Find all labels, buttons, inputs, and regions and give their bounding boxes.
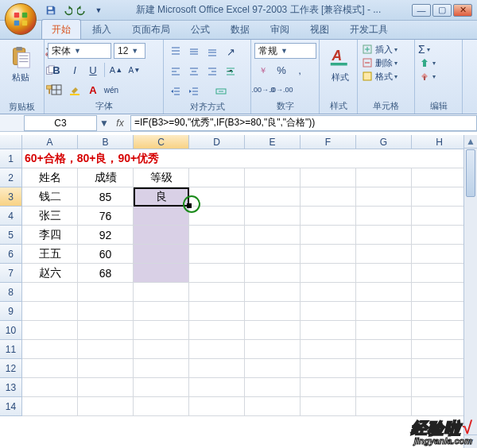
close-button[interactable]: ✕ (453, 4, 472, 17)
tab-review[interactable]: 审阅 (261, 20, 299, 39)
tab-home[interactable]: 开始 (41, 19, 81, 39)
row-header[interactable]: 13 (0, 378, 22, 397)
cell[interactable]: 85 (78, 187, 134, 207)
border-button[interactable] (48, 81, 65, 98)
worksheet-grid[interactable]: A B C D E F G H 1 60+合格，80+良，90+优秀 2 姓名 … (0, 135, 477, 448)
scroll-down-icon[interactable]: ▼ (464, 434, 477, 448)
scroll-thumb[interactable] (466, 149, 475, 197)
decrease-indent-button[interactable] (167, 83, 184, 100)
row-header[interactable]: 8 (0, 283, 22, 302)
row-header[interactable]: 14 (0, 397, 22, 416)
styles-button[interactable]: A 样式 (323, 41, 358, 87)
bottom-align-button[interactable] (204, 43, 221, 60)
cell[interactable]: 钱二 (22, 187, 78, 207)
fill-handle[interactable] (187, 203, 192, 208)
fill-button[interactable]: ▾ (418, 56, 436, 69)
orientation-button[interactable]: ↗ (222, 43, 239, 60)
name-box-dropdown[interactable]: ▼ (99, 118, 110, 129)
redo-icon[interactable] (76, 4, 89, 17)
cell[interactable] (134, 207, 189, 226)
shrink-font-button[interactable]: A▼ (126, 61, 143, 79)
paste-button[interactable]: 粘贴 (3, 41, 38, 87)
cell[interactable]: 成绩 (78, 168, 134, 187)
scroll-up-icon[interactable]: ▲ (464, 135, 477, 149)
left-align-button[interactable] (167, 63, 184, 80)
cell[interactable]: 等级 (134, 168, 189, 187)
cell[interactable]: 姓名 (22, 168, 78, 187)
tab-layout[interactable]: 页面布局 (122, 20, 180, 39)
delete-cells-button[interactable]: 删除▾ (361, 56, 398, 69)
cell[interactable] (134, 264, 189, 283)
maximize-button[interactable]: ▢ (432, 4, 452, 17)
row-header[interactable]: 1 (0, 149, 22, 168)
row-header[interactable]: 6 (0, 245, 22, 264)
center-align-button[interactable] (185, 63, 203, 80)
row-header[interactable]: 4 (0, 207, 22, 226)
row-header[interactable]: 10 (0, 321, 22, 340)
bold-button[interactable]: B (48, 61, 65, 79)
qat-dropdown-icon[interactable]: ▼ (92, 4, 105, 17)
col-header[interactable]: G (356, 135, 412, 149)
grow-font-button[interactable]: A▲ (107, 61, 125, 79)
active-cell[interactable]: 良 (134, 187, 189, 207)
save-icon[interactable] (45, 4, 57, 17)
merge-center-button[interactable] (204, 83, 238, 100)
currency-button[interactable]: ￥ (254, 61, 272, 79)
number-format-combo[interactable]: 常规▼ (254, 43, 316, 59)
cell[interactable]: 68 (78, 264, 134, 283)
row-header[interactable]: 12 (0, 359, 22, 378)
col-header[interactable]: F (301, 135, 356, 149)
comma-button[interactable]: , (291, 61, 308, 79)
cell[interactable] (134, 245, 189, 264)
cell[interactable]: 王五 (22, 245, 78, 264)
row-header[interactable]: 5 (0, 226, 22, 245)
cell[interactable]: 李四 (22, 226, 78, 245)
font-color-button[interactable]: A (84, 81, 102, 98)
format-cells-button[interactable]: 格式▾ (361, 70, 398, 83)
col-header[interactable]: E (245, 135, 301, 149)
cell[interactable]: 92 (78, 226, 134, 245)
insert-cells-button[interactable]: 插入▾ (361, 43, 398, 56)
cell[interactable]: 76 (78, 207, 134, 226)
col-header[interactable]: C (134, 135, 189, 149)
underline-button[interactable]: U (84, 61, 102, 79)
tab-data[interactable]: 数据 (221, 20, 259, 39)
decrease-decimal-button[interactable]: .0→.00 (273, 81, 290, 98)
select-all-corner[interactable] (0, 135, 22, 149)
col-header[interactable]: D (189, 135, 245, 149)
cell[interactable]: 张三 (22, 207, 78, 226)
font-name-combo[interactable]: 宋体▼ (48, 43, 111, 59)
col-header[interactable]: B (78, 135, 134, 149)
formula-input[interactable]: =IF(B3>=90,"优秀",IF(B3>=80,"良","合格")) (130, 115, 477, 131)
italic-button[interactable]: I (66, 61, 83, 79)
top-align-button[interactable] (167, 43, 184, 60)
middle-align-button[interactable] (185, 43, 203, 60)
office-button[interactable] (5, 3, 37, 35)
phonetic-button[interactable]: wén (103, 81, 120, 98)
vertical-scrollbar[interactable]: ▲ ▼ (463, 135, 477, 448)
name-box[interactable]: C3 (24, 115, 97, 131)
col-header[interactable]: H (412, 135, 467, 149)
tab-formula[interactable]: 公式 (181, 20, 219, 39)
cell[interactable]: 60+合格，80+良，90+优秀 (22, 149, 467, 168)
increase-indent-button[interactable] (185, 83, 203, 100)
row-header[interactable]: 3 (0, 187, 22, 207)
autosum-button[interactable]: Σ▾ (418, 43, 430, 56)
cell[interactable] (134, 226, 189, 245)
tab-view[interactable]: 视图 (301, 20, 339, 39)
font-size-combo[interactable]: 12▼ (114, 43, 145, 59)
undo-icon[interactable] (60, 4, 73, 17)
row-header[interactable]: 11 (0, 340, 22, 359)
percent-button[interactable]: % (273, 61, 290, 79)
fx-icon[interactable]: fx (113, 118, 127, 129)
row-header[interactable]: 7 (0, 264, 22, 283)
tab-insert[interactable]: 插入 (83, 20, 121, 39)
minimize-button[interactable]: — (412, 4, 431, 17)
right-align-button[interactable] (204, 63, 221, 80)
fill-color-button[interactable] (66, 81, 83, 98)
cell[interactable]: 赵六 (22, 264, 78, 283)
wrap-text-button[interactable] (222, 63, 239, 80)
clear-button[interactable]: ▾ (418, 70, 436, 83)
row-header[interactable]: 9 (0, 302, 22, 321)
row-header[interactable]: 2 (0, 168, 22, 187)
